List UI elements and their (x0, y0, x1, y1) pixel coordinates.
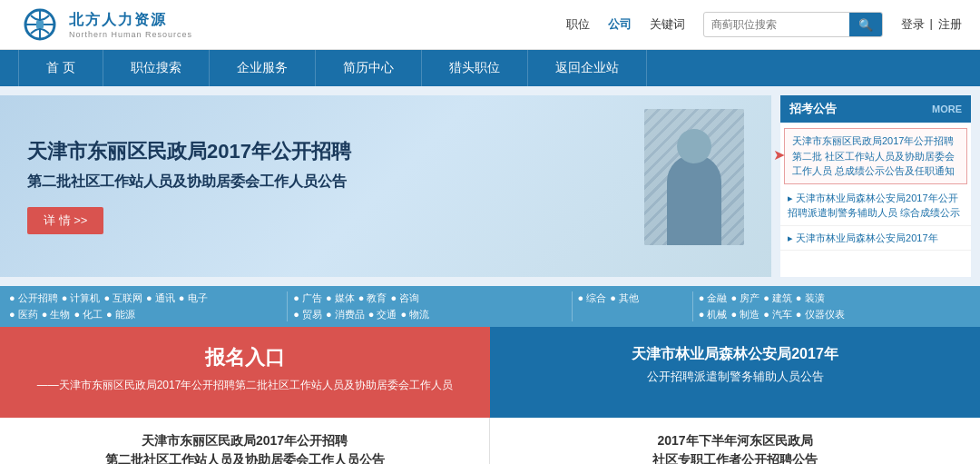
svg-rect-3 (36, 21, 44, 28)
cat-advertising[interactable]: ● 广告 (293, 291, 322, 305)
banner-section: 天津市东丽区民政局2017年公开招聘 第二批社区工作站人员及协助居委会工作人员公… (0, 95, 771, 277)
cat-internet[interactable]: ● 互联网 (103, 291, 142, 305)
sidebar-item-1[interactable]: ▸ 天津市林业局森林公安局2017年公开招聘派遣制警务辅助人员 综合成绩公示 (780, 186, 971, 226)
nav-enterprise[interactable]: 企业服务 (210, 50, 316, 86)
register-link[interactable]: 注册 (938, 16, 962, 33)
navbar: 首 页 职位搜索 企业服务 简历中心 猎头职位 返回企业站 (0, 50, 980, 86)
cat-decoration[interactable]: ● 装潢 (796, 291, 825, 305)
cat-trade[interactable]: ● 贸易 (293, 308, 322, 321)
blue-card-line2: 公开招聘派遣制警务辅助人员公告 (513, 368, 957, 386)
nav-return[interactable]: 返回企业站 (528, 50, 647, 86)
cat-logistics[interactable]: ● 物流 (400, 308, 429, 321)
nav-job[interactable]: 职位 (566, 16, 590, 33)
cat-medicine[interactable]: ● 医药 (9, 308, 38, 321)
banner-image (644, 109, 744, 245)
cat-row-1-0: ● 广告 ● 媒体 ● 教育 ● 咨询 (293, 291, 565, 305)
cat-divider-1 (572, 291, 573, 321)
cat-media[interactable]: ● 媒体 (326, 291, 355, 305)
cat-finance[interactable]: ● 金融 (699, 291, 728, 305)
cat-construction[interactable]: ● 建筑 (763, 291, 792, 305)
main-area: 天津市东丽区民政局2017年公开招聘 第二批社区工作站人员及协助居委会工作人员公… (0, 86, 980, 286)
cat-education[interactable]: ● 教育 (358, 291, 387, 305)
logo-text-area: 北方人力资源 Northern Human Resources (69, 11, 192, 39)
cat-computer[interactable]: ● 计算机 (62, 291, 101, 305)
detail-button[interactable]: 详 情 >> (27, 207, 103, 234)
nav-keyword[interactable]: 关键词 (650, 16, 685, 33)
card-white-1[interactable]: 天津市东丽区民政局2017年公开招聘 第二批社区工作站人员及协助居委会工作人员公… (0, 418, 490, 464)
red-card-sub-title: ——天津市东丽区民政局2017年公开招聘第二批社区工作站人员及协助居委会工作人员 (23, 377, 467, 393)
card-red[interactable]: 报名入口 ——天津市东丽区民政局2017年公开招聘第二批社区工作站人员及协助居委… (0, 327, 490, 418)
sidebar-item-label-1: 天津市林业局森林公安局2017年公开招聘派遣制警务辅助人员 综合成绩公示 (788, 193, 960, 219)
white-card1-line1: 天津市东丽区民政局2017年公开招聘 (23, 431, 466, 450)
sidebar-title: 招考公告 (789, 101, 837, 117)
nav-job-search[interactable]: 职位搜索 (103, 50, 210, 86)
cat-consulting[interactable]: ● 咨询 (390, 291, 419, 305)
blue-card-line1: 天津市林业局森林公安局2017年 (513, 345, 957, 364)
card-blue[interactable]: 天津市林业局森林公安局2017年 公开招聘派遣制警务辅助人员公告 (490, 327, 980, 418)
sidebar-item-0[interactable]: 天津市东丽区民政局2017年公开招聘第二批 社区工作站人员及协助居委会工作人员 … (784, 128, 967, 184)
banner-subtitle: 第二批社区工作站人员及协助居委会工作人员公告 (27, 172, 351, 192)
sidebar-item-text-1: ▸ (788, 193, 796, 203)
nav-home[interactable]: 首 页 (18, 50, 103, 86)
cat-energy[interactable]: ● 能源 (106, 308, 135, 321)
search-input[interactable] (704, 18, 849, 31)
sidebar-item-label-2: 天津市林业局森林公安局2017年 (796, 232, 937, 243)
nav-resume[interactable]: 简历中心 (316, 50, 422, 86)
sidebar-more[interactable]: MORE (932, 104, 962, 114)
logo-icon (18, 6, 62, 43)
white-card2-line2: 社区专职工作者公开招聘公告 (513, 450, 957, 464)
sidebar-items: ➤ 天津市东丽区民政局2017年公开招聘第二批 社区工作站人员及协助居委会工作人… (780, 123, 971, 254)
sidebar-item-text-2: ▸ (788, 232, 796, 243)
auth-links: 登录 | 注册 (901, 16, 962, 33)
sidebar: 招考公告 MORE ➤ 天津市东丽区民政局2017年公开招聘第二批 社区工作站人… (780, 95, 971, 277)
cat-divider-0 (287, 291, 288, 321)
logo-area: 北方人力资源 Northern Human Resources (18, 6, 192, 43)
card-white-2[interactable]: 2017年下半年河东区民政局 社区专职工作者公开招聘公告 (490, 418, 980, 464)
red-card-main-title: 报名入口 (23, 345, 467, 371)
cat-general[interactable]: ● 综合 (578, 291, 607, 305)
cat-realestate[interactable]: ● 房产 (730, 291, 760, 305)
cat-auto[interactable]: ● 汽车 (763, 308, 792, 321)
cat-row-3-0: ● 金融 ● 房产 ● 建筑 ● 装潢 (699, 291, 971, 305)
cat-row-0-1: ● 医药 ● 生物 ● 化工 ● 能源 (9, 308, 281, 321)
white-card1-line2: 第二批社区工作站人员及协助居委会工作人员公告 (23, 450, 466, 464)
search-button[interactable]: 🔍 (849, 12, 882, 37)
sidebar-item-2[interactable]: ▸ 天津市林业局森林公安局2017年 (780, 226, 971, 252)
cat-col-2: ● 综合 ● 其他 (578, 291, 687, 321)
logo-cn: 北方人力资源 (69, 11, 192, 30)
cat-col-1: ● 广告 ● 媒体 ● 教育 ● 咨询 ● 贸易 ● 消费品 ● 交通 ● 物流 (293, 291, 565, 321)
red-arrow-indicator: ➤ (773, 146, 785, 163)
cat-other[interactable]: ● 其他 (610, 291, 639, 305)
nav-company[interactable]: 公司 (608, 16, 632, 33)
header: 北方人力资源 Northern Human Resources 职位 公司 关键… (0, 0, 980, 50)
sidebar-arrow-container: ➤ 天津市东丽区民政局2017年公开招聘第二批 社区工作站人员及协助居委会工作人… (780, 128, 971, 184)
cat-electronics[interactable]: ● 电子 (179, 291, 208, 305)
cat-consumer[interactable]: ● 消费品 (326, 308, 365, 321)
cat-transport[interactable]: ● 交通 (368, 308, 397, 321)
main-wrapper: 天津市东丽区民政局2017年公开招聘 第二批社区工作站人员及协助居委会工作人员公… (0, 86, 980, 464)
sidebar-item-text-0: 天津市东丽区民政局2017年公开招聘第二批 社区工作站人员及协助居委会工作人员 … (792, 135, 955, 176)
cat-machinery[interactable]: ● 机械 (699, 308, 728, 321)
search-area: 🔍 (703, 12, 883, 37)
cat-row-2-0: ● 综合 ● 其他 (578, 291, 687, 305)
cat-col-0: ● 公开招聘 ● 计算机 ● 互联网 ● 通讯 ● 电子 ● 医药 ● 生物 ●… (9, 291, 281, 321)
cat-telecom[interactable]: ● 通讯 (146, 291, 175, 305)
categories-bar: ● 公开招聘 ● 计算机 ● 互联网 ● 通讯 ● 电子 ● 医药 ● 生物 ●… (0, 286, 980, 327)
sidebar-header: 招考公告 MORE (780, 95, 971, 123)
banner-title: 天津市东丽区民政局2017年公开招聘 (27, 138, 351, 166)
bottom-cards: 报名入口 ——天津市东丽区民政局2017年公开招聘第二批社区工作站人员及协助居委… (0, 327, 980, 464)
cat-manufacturing[interactable]: ● 制造 (730, 308, 760, 321)
cat-open-recruit[interactable]: ● 公开招聘 (9, 291, 58, 305)
header-nav: 职位 公司 关键词 (566, 16, 685, 33)
cat-biotech[interactable]: ● 生物 (42, 308, 71, 321)
cat-row-3-1: ● 机械 ● 制造 ● 汽车 ● 仪器仪表 (699, 308, 971, 321)
cat-row-1-1: ● 贸易 ● 消费品 ● 交通 ● 物流 (293, 308, 565, 321)
cat-col-3: ● 金融 ● 房产 ● 建筑 ● 装潢 ● 机械 ● 制造 ● 汽车 ● 仪器仪… (699, 291, 971, 321)
nav-headhunting[interactable]: 猎头职位 (422, 50, 528, 86)
login-link[interactable]: 登录 (901, 16, 925, 33)
cat-instruments[interactable]: ● 仪器仪表 (796, 308, 845, 321)
cat-row-0-0: ● 公开招聘 ● 计算机 ● 互联网 ● 通讯 ● 电子 (9, 291, 281, 305)
banner-text-block: 天津市东丽区民政局2017年公开招聘 第二批社区工作站人员及协助居委会工作人员公… (27, 138, 351, 233)
cat-divider-2 (692, 291, 693, 321)
cat-chemical[interactable]: ● 化工 (74, 308, 103, 321)
